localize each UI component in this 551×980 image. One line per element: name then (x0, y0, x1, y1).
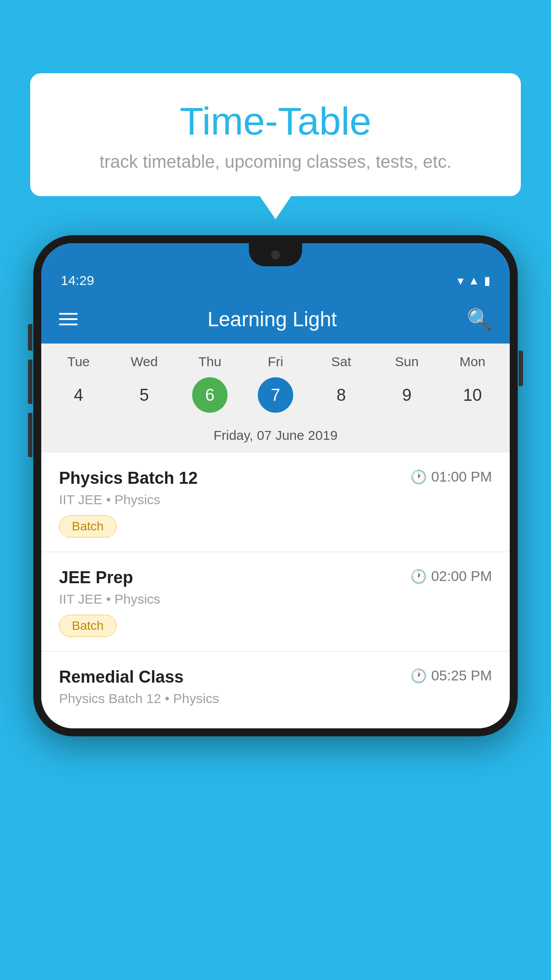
volume-up-button (28, 360, 32, 404)
phone-outer: 14:29 ▾ ▲ ▮ Learning Light 🔍 (33, 235, 518, 736)
signal-icon: ▲ (468, 274, 480, 288)
class-item-3[interactable]: Remedial Class 🕐 05:25 PM Physics Batch … (41, 652, 510, 728)
side-button-left-1 (28, 324, 32, 351)
menu-line-3 (59, 324, 78, 325)
class-item-3-header: Remedial Class 🕐 05:25 PM (59, 668, 492, 687)
class-item-1[interactable]: Physics Batch 12 🕐 01:00 PM IIT JEE • Ph… (41, 453, 510, 552)
calendar-dates: 4 5 6 7 8 9 10 (41, 374, 510, 422)
class-time-2: 🕐 02:00 PM (410, 568, 492, 585)
class-name-2: JEE Prep (59, 568, 133, 587)
menu-line-1 (59, 313, 78, 315)
notch-area (41, 243, 510, 266)
battery-icon: ▮ (484, 274, 490, 288)
batch-badge-1: Batch (59, 515, 117, 537)
bubble-title: Time-Table (48, 100, 503, 143)
status-time: 14:29 (61, 273, 94, 288)
status-bar: 14:29 ▾ ▲ ▮ (41, 266, 510, 295)
day-tue: Tue (61, 354, 96, 369)
date-9[interactable]: 9 (389, 377, 425, 413)
bubble-subtitle: track timetable, upcoming classes, tests… (48, 152, 503, 172)
phone-screen: 14:29 ▾ ▲ ▮ Learning Light 🔍 (41, 243, 510, 728)
volume-down-button (28, 413, 32, 457)
day-mon: Mon (455, 354, 490, 369)
app-bar: Learning Light 🔍 (41, 295, 510, 344)
date-7-selected[interactable]: 7 (258, 377, 293, 413)
class-list: Physics Batch 12 🕐 01:00 PM IIT JEE • Ph… (41, 453, 510, 728)
day-fri: Fri (258, 354, 293, 369)
class-item-2[interactable]: JEE Prep 🕐 02:00 PM IIT JEE • Physics Ba… (41, 552, 510, 652)
date-10[interactable]: 10 (455, 377, 490, 413)
power-button (519, 351, 523, 386)
class-name-3: Remedial Class (59, 668, 184, 687)
phone-wrapper: 14:29 ▾ ▲ ▮ Learning Light 🔍 (33, 235, 518, 736)
clock-icon-1: 🕐 (410, 469, 427, 485)
day-wed: Wed (126, 354, 162, 369)
speech-bubble-wrapper: Time-Table track timetable, upcoming cla… (30, 73, 521, 196)
wifi-icon: ▾ (457, 273, 464, 288)
hamburger-menu-icon[interactable] (59, 313, 78, 325)
selected-date-label: Friday, 07 June 2019 (41, 422, 510, 453)
class-meta-3: Physics Batch 12 • Physics (59, 691, 492, 706)
class-item-2-header: JEE Prep 🕐 02:00 PM (59, 568, 492, 587)
class-name-1: Physics Batch 12 (59, 469, 198, 488)
calendar-section: Tue Wed Thu Fri Sat Sun Mon 4 5 6 7 8 9 … (41, 344, 510, 453)
class-time-1: 🕐 01:00 PM (410, 469, 492, 485)
date-8[interactable]: 8 (323, 377, 359, 413)
day-sat: Sat (323, 354, 359, 369)
search-icon[interactable]: 🔍 (467, 307, 492, 331)
speech-bubble: Time-Table track timetable, upcoming cla… (30, 73, 521, 196)
class-meta-1: IIT JEE • Physics (59, 492, 492, 507)
class-time-3: 🕐 05:25 PM (410, 668, 492, 684)
clock-icon-2: 🕐 (410, 569, 427, 584)
app-title: Learning Light (208, 307, 337, 331)
day-sun: Sun (389, 354, 425, 369)
date-4[interactable]: 4 (61, 377, 96, 413)
camera (271, 250, 280, 259)
batch-badge-2: Batch (59, 615, 117, 637)
date-5[interactable]: 5 (126, 377, 162, 413)
clock-icon-3: 🕐 (410, 668, 427, 684)
notch (249, 243, 302, 266)
status-icons: ▾ ▲ ▮ (457, 273, 490, 288)
class-item-1-header: Physics Batch 12 🕐 01:00 PM (59, 469, 492, 488)
menu-line-2 (59, 318, 78, 320)
date-6-today[interactable]: 6 (192, 377, 228, 413)
day-thu: Thu (192, 354, 228, 369)
calendar-days-header: Tue Wed Thu Fri Sat Sun Mon (41, 344, 510, 374)
class-meta-2: IIT JEE • Physics (59, 592, 492, 607)
